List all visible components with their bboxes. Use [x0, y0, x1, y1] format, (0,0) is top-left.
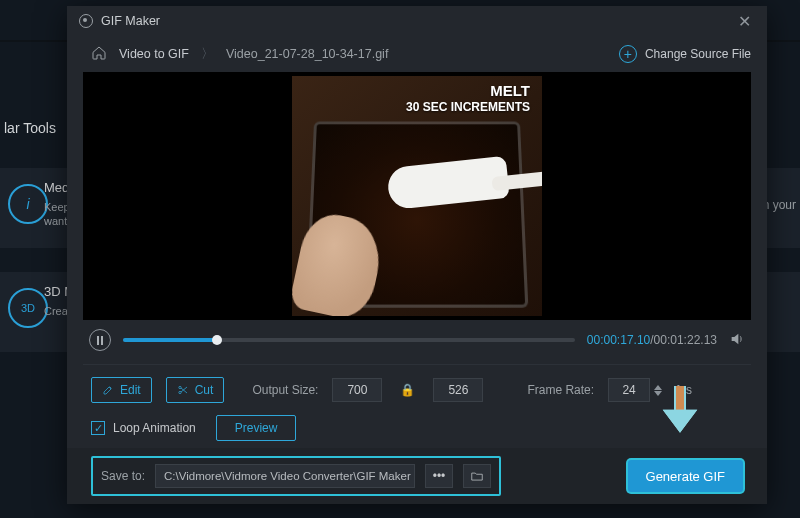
settings-panel: Edit Cut Output Size: 700 🔒 526 Frame Ra… [67, 365, 767, 445]
save-to-label: Save to: [101, 469, 145, 483]
cut-button[interactable]: Cut [166, 377, 225, 403]
bg-section-heading: lar Tools [4, 120, 56, 136]
video-preview[interactable]: MELT 30 SEC INCREMENTS [83, 72, 751, 320]
width-input[interactable]: 700 [332, 378, 382, 402]
bg-card-title: Med [44, 180, 69, 195]
loop-label: Loop Animation [113, 421, 196, 435]
output-size-label: Output Size: [252, 383, 318, 397]
plus-circle-icon: + [619, 45, 637, 63]
crumb-file: Video_21-07-28_10-34-17.gif [226, 47, 388, 61]
open-folder-button[interactable] [463, 464, 491, 488]
home-icon[interactable] [91, 45, 107, 64]
volume-icon[interactable] [729, 331, 745, 350]
change-source-button[interactable]: + Change Source File [619, 45, 751, 63]
frame-rate-label: Frame Rate: [527, 383, 594, 397]
edit-button[interactable]: Edit [91, 377, 152, 403]
playback-bar: 00:00:17.10/00:01:22.13 [83, 320, 751, 360]
save-path-field[interactable]: C:\Vidmore\Vidmore Video Converter\GIF M… [155, 464, 415, 488]
titlebar: GIF Maker ✕ [67, 6, 767, 36]
window-title: GIF Maker [101, 14, 160, 28]
video-frame: MELT 30 SEC INCREMENTS [292, 76, 542, 316]
more-button[interactable]: ••• [425, 464, 453, 488]
chevron-right-icon: 〉 [201, 46, 214, 63]
threed-icon: 3D [8, 288, 48, 328]
breadcrumb: Video to GIF 〉 Video_21-07-28_10-34-17.g… [67, 36, 767, 72]
generate-gif-button[interactable]: Generate GIF [628, 460, 743, 492]
lock-icon[interactable]: 🔒 [396, 383, 419, 397]
loop-animation-checkbox[interactable]: ✓ Loop Animation [91, 421, 196, 435]
app-icon [79, 14, 93, 28]
time-display: 00:00:17.10/00:01:22.13 [587, 333, 717, 347]
change-source-label: Change Source File [645, 47, 751, 61]
fps-value[interactable]: 24 [608, 378, 650, 402]
info-icon: i [8, 184, 48, 224]
footer-bar: Save to: C:\Vidmore\Vidmore Video Conver… [67, 448, 767, 504]
video-overlay-text: MELT 30 SEC INCREMENTS [292, 82, 530, 116]
tutorial-arrow-icon [665, 386, 695, 436]
save-to-group: Save to: C:\Vidmore\Vidmore Video Conver… [91, 456, 501, 496]
preview-button[interactable]: Preview [216, 415, 297, 441]
fps-down-icon[interactable] [654, 391, 662, 396]
height-input[interactable]: 526 [433, 378, 483, 402]
close-button[interactable]: ✕ [734, 8, 755, 35]
gif-maker-window: GIF Maker ✕ Video to GIF 〉 Video_21-07-2… [67, 6, 767, 504]
fps-up-icon[interactable] [654, 385, 662, 390]
checkbox-checked-icon: ✓ [91, 421, 105, 435]
crumb-root[interactable]: Video to GIF [119, 47, 189, 61]
pause-button[interactable] [89, 329, 111, 351]
seek-slider[interactable] [123, 338, 575, 342]
fps-stepper[interactable]: 24 [608, 378, 662, 402]
